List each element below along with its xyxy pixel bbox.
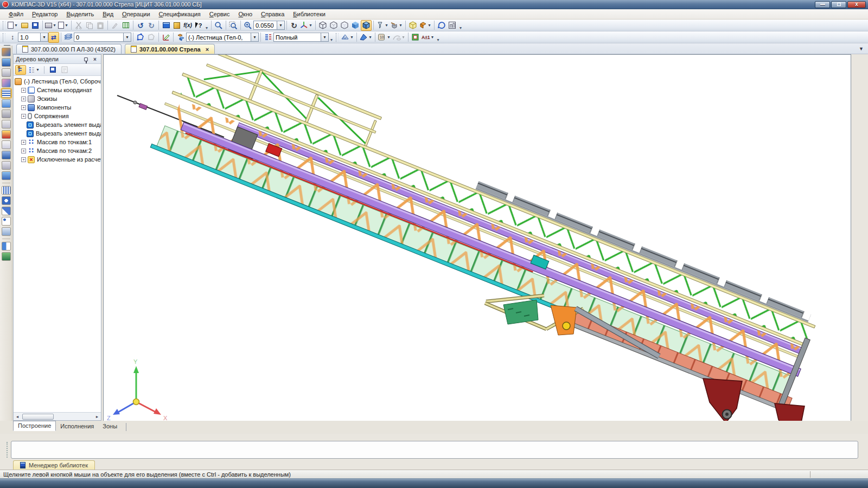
print-preview-button[interactable]: ▾: [58, 20, 69, 31]
property-bar-grip[interactable]: [7, 442, 9, 458]
shaded-mode-button[interactable]: [350, 20, 361, 31]
expand-icon[interactable]: +: [21, 105, 26, 110]
filter-icon[interactable]: [2, 130, 11, 139]
scroll-left-icon[interactable]: ◄: [14, 415, 21, 419]
sheet-metal-icon[interactable]: [2, 171, 11, 180]
doc-tab-assembly[interactable]: 307.00.00.000 П АЛ-30 (43502): [16, 44, 122, 54]
zoom-scale-input[interactable]: [254, 22, 277, 29]
zoom-selection-button[interactable]: [228, 20, 239, 31]
display-mode-input[interactable]: [274, 34, 321, 41]
menu-view[interactable]: Вид: [98, 10, 118, 18]
layers-button[interactable]: [63, 32, 74, 43]
wireframe-mode-button[interactable]: [317, 20, 328, 31]
toolbar-overflow-button[interactable]: ▾: [204, 25, 209, 30]
table-array-icon[interactable]: [2, 227, 11, 236]
tree-row-cut-extrude-1[interactable]: Вырезать элемент выдав: [15, 120, 101, 129]
undo-button[interactable]: ↺: [135, 20, 146, 31]
refresh-view-button[interactable]: ↻: [289, 20, 299, 31]
step-button[interactable]: ↕: [7, 32, 18, 43]
chevron-down-icon[interactable]: ▾: [398, 23, 403, 28]
tree-row-sketches[interactable]: + Эскизы: [15, 94, 101, 103]
open-button[interactable]: [19, 20, 30, 31]
display-mode-dropdown[interactable]: ▾: [321, 33, 328, 41]
expand-icon[interactable]: +: [21, 114, 26, 119]
chevron-down-icon[interactable]: ▾: [14, 23, 18, 28]
array-feature-icon[interactable]: [2, 89, 11, 98]
callout-tool-button[interactable]: ▾: [392, 32, 406, 43]
current-part-input[interactable]: [187, 34, 251, 41]
toolbar-grip[interactable]: [3, 21, 5, 30]
tab-zones[interactable]: Зоны: [98, 422, 122, 431]
menu-editor[interactable]: Редактор: [28, 10, 62, 18]
new-document-button[interactable]: ▾: [7, 20, 19, 31]
zoom-scale-dropdown[interactable]: ▾: [277, 21, 284, 29]
tree-row-mates[interactable]: + Сопряжения: [15, 112, 101, 120]
autodimension-button[interactable]: А±1 ▾: [421, 32, 436, 43]
save-button[interactable]: [30, 20, 41, 31]
toolbar-overflow-button[interactable]: ▾: [329, 37, 334, 42]
chevron-down-icon[interactable]: ▾: [308, 23, 313, 28]
redo-button[interactable]: ↻: [146, 20, 157, 31]
tree-row-excluded[interactable]: + × Исключенные из расчет: [15, 155, 101, 164]
tree-report-button[interactable]: [59, 65, 70, 75]
grid-array-icon[interactable]: [2, 186, 11, 195]
revolve-icon[interactable]: [2, 79, 11, 87]
conditional-image-button[interactable]: [410, 32, 421, 43]
viewport[interactable]: Y X Z: [103, 54, 851, 431]
chevron-down-icon[interactable]: ▾: [386, 35, 391, 40]
toolbar-overflow-button[interactable]: ▾: [436, 37, 441, 42]
menu-help[interactable]: Справка: [257, 10, 289, 18]
extrude-icon[interactable]: [2, 58, 11, 67]
tree-row-point-array-1[interactable]: + ∷ Массив по точкам:1: [15, 138, 101, 146]
specification-icon[interactable]: [2, 151, 11, 159]
variables-button[interactable]: f(x): [182, 20, 193, 31]
model-tree-header[interactable]: Дерево модели ×: [14, 55, 101, 64]
clip-view-button[interactable]: ▾: [359, 32, 373, 43]
edit-part-icon[interactable]: [2, 48, 11, 56]
copy-button[interactable]: [84, 20, 95, 31]
tree-hscrollbar[interactable]: ◄ ►: [14, 412, 101, 420]
chevron-down-icon[interactable]: ▾: [401, 35, 406, 40]
menu-operations[interactable]: Операции: [118, 10, 154, 18]
display-filter-button[interactable]: [263, 32, 273, 43]
maximize-button[interactable]: [831, 1, 846, 8]
cut-button[interactable]: [73, 20, 84, 31]
expand-icon[interactable]: +: [21, 97, 26, 101]
library-manager-tab[interactable]: Менеджер библиотек: [13, 460, 95, 470]
step-dropdown[interactable]: ▾: [40, 33, 48, 41]
pin-icon[interactable]: [84, 57, 88, 61]
menu-window[interactable]: Окно: [234, 10, 257, 18]
close-button[interactable]: x: [847, 1, 866, 8]
menu-service[interactable]: Сервис: [205, 10, 234, 18]
panel-close-button[interactable]: ×: [91, 56, 99, 62]
layer-dropdown[interactable]: ▾: [123, 33, 131, 41]
minimize-button[interactable]: [815, 1, 830, 8]
expand-icon[interactable]: +: [21, 140, 26, 145]
toolbar-overflow-button[interactable]: ▾: [458, 25, 463, 30]
tree-save-button[interactable]: [47, 65, 58, 75]
hide-components-button[interactable]: ▾: [375, 20, 390, 31]
chevron-down-icon[interactable]: ▾: [368, 35, 373, 40]
expand-icon[interactable]: +: [21, 157, 26, 162]
chevron-down-icon[interactable]: ▾: [430, 35, 435, 40]
expand-icon[interactable]: +: [21, 149, 26, 153]
doc-tab-strela[interactable]: 307.01.00.000 Стрела ×: [125, 44, 215, 54]
chevron-down-icon[interactable]: ▾: [349, 35, 354, 40]
menu-specification[interactable]: Спецификация: [155, 10, 205, 18]
hide-objects-button[interactable]: ▾: [390, 20, 404, 31]
chevron-down-icon[interactable]: ▾: [427, 23, 432, 28]
toolbar-grip[interactable]: [336, 33, 339, 42]
sketch-button[interactable]: [135, 32, 146, 43]
tab-list-dropdown[interactable]: ▼: [859, 46, 864, 52]
menu-libraries[interactable]: Библиотеки: [289, 10, 330, 18]
context-help-button[interactable]: ?: [193, 20, 204, 31]
tab-close-icon[interactable]: ×: [203, 46, 209, 53]
format-painter-button[interactable]: [110, 20, 120, 31]
chevron-down-icon[interactable]: ▾: [384, 23, 389, 28]
hidden-lines-mode-button[interactable]: [328, 20, 339, 31]
toolbar-grip[interactable]: [3, 33, 5, 42]
scroll-thumb[interactable]: [22, 414, 54, 420]
scroll-right-icon[interactable]: ►: [93, 415, 101, 419]
report-icon[interactable]: [2, 140, 11, 149]
property-bar[interactable]: [11, 441, 858, 459]
